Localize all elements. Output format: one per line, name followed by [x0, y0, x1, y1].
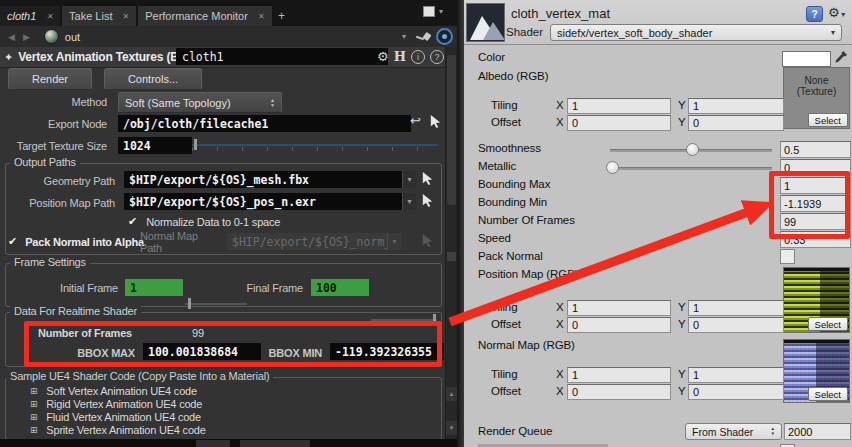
smoothness-field[interactable]: 0.5	[780, 141, 851, 158]
y-label: Y	[678, 385, 686, 397]
bounding-min-field[interactable]: -1.1939	[780, 195, 851, 212]
export-node-field[interactable]: /obj/cloth/filecache1	[118, 115, 411, 132]
normal-tiling-x-field[interactable]: 1	[567, 367, 671, 383]
pick-node-icon[interactable]	[428, 114, 443, 129]
path-dropdown-icon[interactable]: ▾	[402, 32, 406, 41]
radial-menu-icon[interactable]	[436, 28, 453, 45]
render-queue-dropdown[interactable]: From Shader ▲ ▼	[685, 423, 782, 440]
normal-map-path-field-disabled: $HIP/export/${OS}_norm_raw.e	[227, 233, 397, 250]
material-preview-thumbnail[interactable]	[466, 3, 505, 42]
color-swatch[interactable]	[782, 51, 831, 67]
expand-icon[interactable]: ⊞	[30, 399, 37, 409]
jump-to-node-icon[interactable]: ↩	[410, 113, 421, 128]
node-name-field[interactable]: cloth1	[176, 48, 388, 65]
scrollbar[interactable]: ▲ ▼	[445, 47, 457, 439]
normal-map-select-button[interactable]: Select	[808, 387, 848, 401]
position-map-pick-icon[interactable]	[420, 193, 435, 208]
help-icon[interactable]: ?	[430, 50, 444, 64]
close-icon[interactable]: ✕	[258, 12, 265, 21]
position-tiling-x-field[interactable]: 1	[567, 300, 671, 316]
scrollbar-thumb[interactable]	[447, 55, 456, 205]
pane-divider	[457, 0, 464, 447]
eyedropper-icon[interactable]	[834, 50, 848, 64]
tab-performance-monitor[interactable]: Performance Monitor ✕	[138, 6, 271, 26]
tab-take-list[interactable]: Take List ✕	[62, 6, 136, 26]
number-of-frames-field[interactable]: 99	[780, 213, 851, 230]
new-tab-button[interactable]: +	[274, 6, 290, 26]
smoothness-knob[interactable]	[686, 143, 699, 156]
position-map-menu-icon[interactable]: ▼	[402, 193, 416, 210]
final-frame-field[interactable]: 100	[311, 279, 369, 296]
albedo-texture-slot[interactable]: None (Texture) Select	[783, 67, 850, 129]
position-map-select-button[interactable]: Select	[808, 317, 848, 331]
gear-icon[interactable]: ⚙	[377, 50, 389, 63]
offset-label: Offset	[491, 318, 521, 330]
normal-tiling-y-field[interactable]: 1	[688, 367, 784, 383]
metallic-slider[interactable]	[610, 167, 772, 170]
albedo-tiling-x-field[interactable]: 1	[567, 98, 671, 114]
target-texture-size-field[interactable]: 1024	[118, 137, 192, 154]
normal-offset-x-field[interactable]: 0	[567, 384, 671, 400]
geometry-path-label: Geometry Path	[0, 172, 115, 189]
initial-frame-field[interactable]: 1	[125, 279, 183, 296]
method-dropdown[interactable]: Soft (Same Topology) ▲▼	[118, 92, 282, 113]
initial-frame-slider[interactable]	[185, 296, 247, 312]
bounding-max-field[interactable]: 1	[780, 177, 851, 194]
maximize-pane-icon[interactable]	[423, 6, 435, 17]
gear-icon[interactable]: ⚙▼	[828, 5, 847, 20]
pack-normal-into-alpha-label: Pack Normal into Alpha	[25, 236, 144, 248]
scroll-up-icon[interactable]: ▲	[446, 387, 457, 401]
scrollbar-handle[interactable]	[447, 252, 456, 261]
normal-map-texture-slot[interactable]: Select	[783, 339, 850, 403]
position-offset-x-field[interactable]: 0	[567, 317, 671, 333]
albedo-select-button[interactable]: Select	[808, 113, 848, 127]
controls-button[interactable]: Controls...	[104, 68, 202, 90]
normal-offset-y-field[interactable]: 0	[688, 384, 784, 400]
position-tiling-y-field[interactable]: 1	[688, 300, 784, 316]
forward-icon[interactable]: ▶	[23, 32, 30, 42]
number-of-frames-label: Number of Frames	[38, 327, 132, 339]
rigid-vertex-code-item[interactable]: ⊞ Rigid Vertex Animation UE4 code	[30, 398, 202, 410]
geometry-path-field[interactable]: $HIP/export/${OS}_mesh.fbx	[124, 171, 412, 188]
albedo-offset-x-field[interactable]: 0	[567, 115, 671, 131]
expand-icon[interactable]: ⊞	[30, 425, 37, 435]
geometry-path-pick-icon[interactable]	[420, 171, 435, 186]
metallic-knob[interactable]	[606, 161, 619, 174]
expand-icon[interactable]: ⊞	[30, 412, 37, 422]
fluid-vertex-code-item[interactable]: ⊞ Fluid Vertex Animation UE4 code	[30, 411, 201, 423]
help-icon[interactable]: ?	[806, 6, 823, 22]
render-queue-label: Render Queue	[478, 425, 552, 437]
render-queue-field[interactable]: 2000	[784, 423, 851, 440]
info-icon[interactable]: i	[411, 50, 425, 64]
close-icon[interactable]: ✕	[46, 12, 53, 21]
checkbox-checked-icon[interactable]: ✔	[128, 215, 137, 228]
albedo-offset-y-field[interactable]: 0	[688, 115, 784, 131]
sprite-vertex-code-item[interactable]: ⊞ Sprite Vertex Animation UE4 code	[30, 424, 206, 436]
soft-vertex-code-item[interactable]: ⊞ Soft Vertex Animation UE4 code	[30, 385, 197, 397]
breadcrumb[interactable]: out	[65, 31, 80, 43]
pin-icon[interactable]	[416, 31, 431, 43]
albedo-tiling-y-field[interactable]: 1	[688, 98, 784, 114]
close-icon[interactable]: ✕	[122, 12, 129, 21]
metallic-field[interactable]: 0	[780, 159, 851, 176]
houdini-logo-icon[interactable]: H	[394, 49, 406, 64]
pane-menu-icon[interactable]: ▾	[439, 7, 443, 16]
bbox-max-field[interactable]: 100.001838684	[143, 343, 261, 360]
position-map-texture-slot[interactable]: Select	[783, 267, 850, 333]
render-button[interactable]: Render	[8, 68, 92, 90]
scroll-down-icon[interactable]: ▼	[446, 421, 457, 435]
shader-dropdown[interactable]: sidefx/vertex_soft_body_shader ▾	[550, 24, 842, 41]
checkbox-checked-icon[interactable]: ✔	[8, 235, 17, 248]
speed-field[interactable]: 0.33	[780, 231, 851, 248]
back-icon[interactable]: ◀	[8, 32, 15, 42]
geometry-path-menu-icon[interactable]: ▼	[402, 171, 416, 188]
pack-normal-checkbox[interactable]	[780, 249, 795, 264]
expand-icon[interactable]: ⊞	[30, 386, 37, 396]
position-offset-y-field[interactable]: 0	[688, 317, 784, 333]
bbox-min-field[interactable]: -119.392326355	[330, 343, 444, 360]
target-texture-size-slider[interactable]	[192, 137, 438, 153]
position-map-path-field[interactable]: $HIP/export/${OS}_pos_n.exr	[124, 193, 412, 210]
x-label: X	[556, 301, 564, 313]
tab-cloth1[interactable]: cloth1 ✕	[0, 6, 60, 26]
normalize-checkbox-row[interactable]: ✔ Normalize Data to 0-1 space	[128, 214, 280, 229]
